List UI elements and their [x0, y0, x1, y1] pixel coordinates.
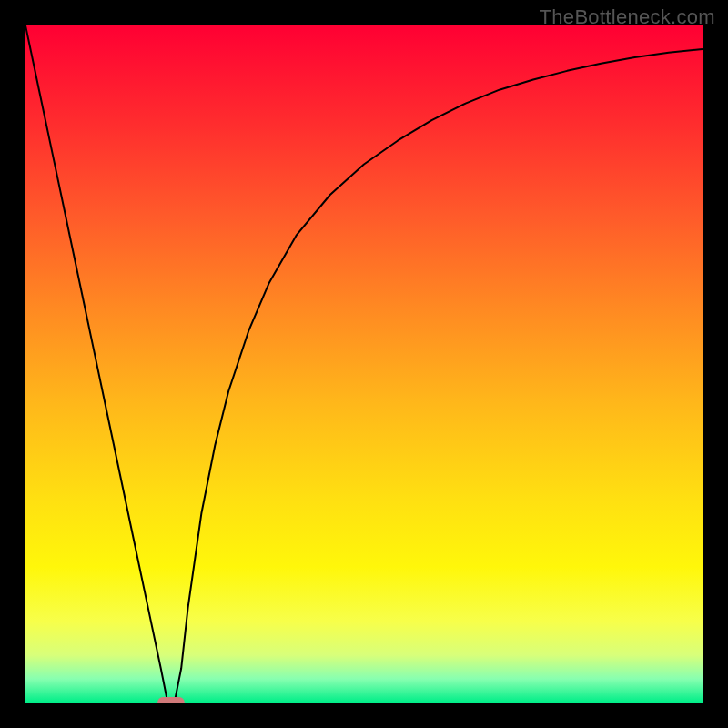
- gradient-background: [25, 25, 703, 703]
- chart-frame: TheBottleneck.com: [0, 0, 728, 728]
- chart-svg: [25, 25, 703, 703]
- plot-area: [25, 25, 703, 703]
- optimal-marker: [157, 697, 185, 703]
